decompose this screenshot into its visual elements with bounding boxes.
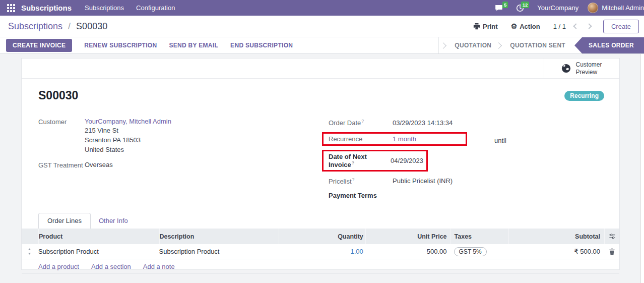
gst-treatment-field: GST Treatment Overseas bbox=[38, 161, 322, 169]
pager-next-icon[interactable] bbox=[586, 23, 592, 29]
header-quantity[interactable]: Quantity bbox=[279, 229, 365, 244]
notebook-tabs: Order Lines Other Info bbox=[38, 213, 603, 229]
add-product-link[interactable]: Add a product bbox=[38, 263, 79, 270]
help-marker: ? bbox=[352, 177, 355, 182]
statusbar: CREATE INVOICE RENEW SUBSCRIPTION SEND B… bbox=[0, 37, 644, 54]
menu-configuration[interactable]: Configuration bbox=[136, 4, 175, 12]
order-lines-table: Product Description Quantity Unit Price … bbox=[22, 229, 619, 274]
tab-other-info[interactable]: Other Info bbox=[91, 213, 136, 229]
tax-badge[interactable]: GST 5% bbox=[454, 247, 487, 256]
customer-preview-label: Customer Preview bbox=[575, 61, 602, 76]
cell-unit-price[interactable]: 500.00 bbox=[365, 244, 450, 259]
add-note-link[interactable]: Add a note bbox=[143, 263, 175, 270]
customer-address-line3: United States bbox=[85, 145, 171, 154]
create-invoice-button[interactable]: CREATE INVOICE bbox=[6, 39, 72, 52]
drag-handle[interactable] bbox=[22, 244, 38, 259]
header-unit-price[interactable]: Unit Price bbox=[365, 229, 450, 244]
next-invoice-value[interactable]: 04/29/2023 bbox=[391, 157, 423, 164]
user-menu[interactable]: Mitchell Admin bbox=[602, 4, 644, 12]
create-button[interactable]: Create bbox=[603, 20, 639, 33]
top-navbar: Subscriptions Subscriptions Configuratio… bbox=[0, 0, 644, 16]
recurrence-highlight-box: Recurrence 1 month bbox=[322, 132, 467, 146]
add-section-link[interactable]: Add a section bbox=[91, 263, 131, 270]
order-date-field: Order Date? 03/29/2023 14:13:34 bbox=[322, 118, 603, 128]
sliders-icon bbox=[609, 233, 616, 240]
messages-count-badge: 5 bbox=[502, 2, 508, 8]
gst-treatment-label: GST Treatment bbox=[38, 161, 85, 169]
header-product[interactable]: Product bbox=[38, 229, 159, 244]
pricelist-value[interactable]: Public Pricelist (INR) bbox=[393, 177, 453, 185]
customer-address-line1: 215 Vine St bbox=[85, 126, 171, 135]
pager-previous-icon[interactable] bbox=[573, 23, 578, 29]
status-pipeline: QUOTATION QUOTATION SENT SALES ORDER bbox=[438, 37, 644, 53]
next-invoice-highlight-box: Date of Next Invoice? 04/29/2023 bbox=[322, 150, 428, 172]
customer-label: Customer bbox=[38, 118, 85, 154]
header-subtotal[interactable]: Subtotal bbox=[508, 229, 604, 244]
stage-sales-order[interactable]: SALES ORDER bbox=[574, 37, 644, 53]
pricelist-field: Pricelist? Public Pricelist (INR) bbox=[322, 176, 603, 186]
stage-separator-icon bbox=[495, 42, 502, 49]
table-footer-links: Add a product Add a section Add a note bbox=[22, 259, 619, 274]
header-description[interactable]: Description bbox=[159, 229, 279, 244]
cell-quantity[interactable]: 1.00 bbox=[279, 244, 365, 259]
header-taxes[interactable]: Taxes bbox=[450, 229, 509, 244]
stage-separator-icon bbox=[440, 42, 446, 49]
stage-quotation[interactable]: QUOTATION bbox=[449, 37, 496, 53]
company-switcher[interactable]: YourCompany bbox=[537, 4, 578, 12]
trash-icon bbox=[609, 248, 615, 255]
recurrence-value[interactable]: 1 month bbox=[393, 135, 416, 143]
chat-bubble-icon bbox=[495, 4, 503, 12]
breadcrumb-subscriptions[interactable]: Subscriptions bbox=[8, 21, 62, 31]
send-by-email-button[interactable]: SEND BY EMAIL bbox=[169, 42, 218, 49]
messages-icon[interactable]: 5 bbox=[495, 4, 503, 12]
user-avatar[interactable] bbox=[588, 3, 598, 13]
cell-description[interactable]: Subscription Product bbox=[159, 244, 279, 259]
control-panel: Subscriptions / S00030 Print ⚙ Action 1 … bbox=[0, 16, 644, 37]
main-content: Customer Preview Recurring S00030 Custom… bbox=[0, 54, 644, 283]
optional-columns-button[interactable] bbox=[604, 229, 619, 244]
help-marker: ? bbox=[352, 160, 355, 165]
globe-icon bbox=[561, 64, 571, 73]
record-sheet: Customer Preview Recurring S00030 Custom… bbox=[21, 58, 620, 270]
action-button[interactable]: ⚙ Action bbox=[511, 23, 540, 30]
breadcrumb: Subscriptions / S00030 bbox=[8, 21, 107, 32]
scrollbar-gutter[interactable] bbox=[640, 54, 644, 283]
customer-field: Customer YourCompany, Mitchell Admin 215… bbox=[38, 118, 322, 154]
drag-handle-icon bbox=[27, 248, 32, 255]
end-subscription-button[interactable]: END SUBSCRIPTION bbox=[230, 42, 293, 49]
app-name[interactable]: Subscriptions bbox=[21, 4, 72, 12]
activities-count-badge: 12 bbox=[521, 2, 530, 8]
help-marker: ? bbox=[361, 119, 364, 124]
activities-icon[interactable]: 12 bbox=[516, 4, 524, 12]
renew-subscription-button[interactable]: RENEW SUBSCRIPTION bbox=[84, 42, 157, 49]
printer-icon bbox=[473, 23, 480, 30]
stage-quotation-sent[interactable]: QUOTATION SENT bbox=[505, 37, 570, 53]
menu-subscriptions[interactable]: Subscriptions bbox=[85, 4, 124, 12]
order-date-label: Order Date? bbox=[329, 119, 393, 127]
gear-icon: ⚙ bbox=[511, 23, 518, 30]
print-button[interactable]: Print bbox=[473, 23, 498, 30]
until-label: until bbox=[494, 137, 506, 144]
cell-subtotal: ₹ 500.00 bbox=[508, 244, 604, 259]
preview-row: Customer Preview bbox=[22, 59, 619, 79]
record-title[interactable]: S00030 bbox=[38, 89, 603, 102]
cell-taxes: GST 5% bbox=[450, 244, 509, 259]
customer-preview-button[interactable]: Customer Preview bbox=[544, 59, 619, 78]
apps-menu-icon[interactable] bbox=[7, 4, 15, 12]
breadcrumb-separator: / bbox=[68, 21, 71, 31]
order-date-value[interactable]: 03/29/2023 14:13:34 bbox=[393, 119, 453, 127]
pager-counter: 1 / 1 bbox=[553, 23, 566, 30]
customer-address-line2: Scranton PA 18503 bbox=[85, 136, 171, 144]
cell-product[interactable]: Subscription Product bbox=[38, 244, 159, 259]
delete-row-button[interactable] bbox=[604, 244, 619, 259]
customer-link[interactable]: YourCompany, Mitchell Admin bbox=[85, 118, 171, 125]
payment-terms-label: Payment Terms bbox=[329, 192, 377, 199]
next-invoice-label: Date of Next Invoice? bbox=[329, 153, 391, 168]
tab-order-lines[interactable]: Order Lines bbox=[38, 213, 91, 229]
breadcrumb-current: S00030 bbox=[76, 21, 107, 31]
table-row[interactable]: Subscription Product Subscription Produc… bbox=[22, 244, 619, 259]
recurrence-label: Recurrence bbox=[329, 135, 393, 143]
table-header-row: Product Description Quantity Unit Price … bbox=[22, 229, 619, 244]
gst-treatment-value[interactable]: Overseas bbox=[85, 161, 113, 169]
payment-terms-field: Payment Terms bbox=[322, 190, 603, 201]
